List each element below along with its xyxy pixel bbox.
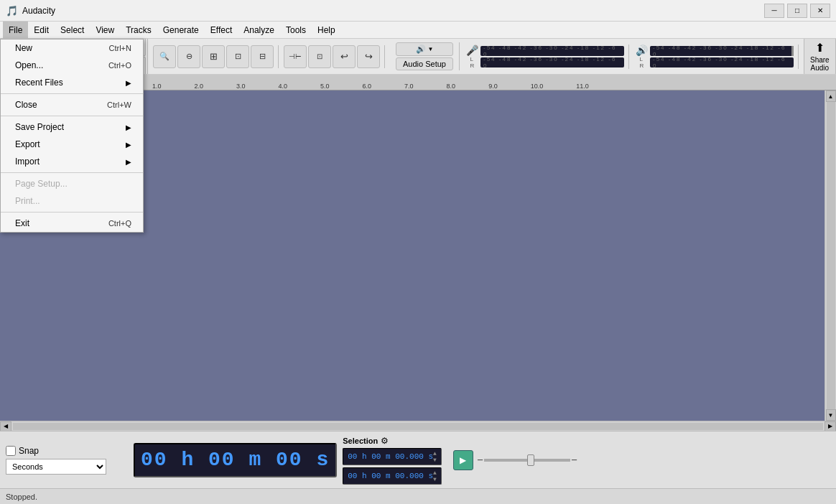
menu-tools[interactable]: Tools <box>280 22 312 38</box>
status-text: Stopped. <box>6 493 37 501</box>
maximize-button[interactable]: □ <box>787 4 807 18</box>
audio-setup-button[interactable]: Audio Setup <box>396 57 453 70</box>
edit-group: ⊣⊢ ⊡ ↩ ↪ <box>284 45 385 68</box>
selection-end-spinner[interactable]: ▲▼ <box>433 470 437 482</box>
mic-vu-scale-bottom: -54 -48 -42 -36 -30 -24 -18 -12 -6 0 <box>483 56 621 69</box>
separator-1 <box>1 93 143 94</box>
app-window: 🎵 Audacity ─ □ ✕ File Edit Select View T… <box>0 0 836 504</box>
menu-item-close[interactable]: Close Ctrl+W <box>1 96 143 113</box>
menu-view[interactable]: View <box>90 22 120 38</box>
title-text: Audacity <box>22 6 55 16</box>
share-audio-button[interactable]: ⬆ ShareAudio <box>804 39 836 75</box>
play-at-speed-button[interactable]: ▶ <box>453 450 473 470</box>
selection-time-row-1: 00 h 00 m 00.000 s ▲▼ <box>343 448 442 465</box>
ruler-tick-2: 2.0 <box>195 83 204 90</box>
separator-4 <box>1 212 143 213</box>
scroll-down-arrow[interactable]: ▼ <box>826 409 836 421</box>
zoom-selection-button[interactable]: ⊡ <box>226 45 249 68</box>
ruler-tick-10: 10.0 <box>531 83 544 90</box>
title-controls: ─ □ ✕ <box>764 4 830 18</box>
menu-item-exit[interactable]: Exit Ctrl+Q <box>1 215 143 232</box>
snap-dropdown[interactable]: Seconds Milliseconds Beats Bars <box>6 459 106 475</box>
out-vu-scale-top: -54 -48 -42 -36 -30 -24 -18 -12 -6 0 <box>653 45 791 57</box>
ruler-tick-4: 4.0 <box>279 83 288 90</box>
menu-item-open[interactable]: Open... Ctrl+O <box>1 57 143 74</box>
menu-effect[interactable]: Effect <box>205 22 238 38</box>
out-vu-scale-bottom: -54 -48 -42 -36 -30 -24 -18 -12 -6 0 <box>653 56 791 69</box>
selection-end-time[interactable]: 00 h 00 m 00.000 s ▲▼ <box>343 467 442 485</box>
close-button[interactable]: ✕ <box>810 4 830 18</box>
audio-setup-group: 🔊 ▼ Audio Setup <box>390 42 460 70</box>
scroll-left-arrow[interactable]: ◀ <box>0 421 11 431</box>
selection-start-spinner[interactable]: ▲▼ <box>433 450 437 463</box>
menu-item-print: Print... <box>1 192 143 210</box>
app-icon: 🎵 <box>6 5 18 17</box>
undo-button[interactable]: ↩ <box>333 45 356 68</box>
bottom-bar: Snap Seconds Milliseconds Beats Bars 00 … <box>0 431 836 488</box>
ruler-tick-7: 7.0 <box>404 83 414 90</box>
scroll-up-arrow[interactable]: ▲ <box>826 90 836 102</box>
menu-analyze[interactable]: Analyze <box>238 22 280 38</box>
snap-checkbox[interactable] <box>6 446 16 456</box>
menu-item-recent-files[interactable]: Recent Files ▶ <box>1 74 143 91</box>
horizontal-scroll-track[interactable] <box>13 423 823 430</box>
zoom-in-button[interactable]: 🔍 <box>153 45 176 68</box>
scroll-right-arrow[interactable]: ▶ <box>825 421 836 431</box>
speaker-button[interactable]: 🔊 ▼ <box>396 42 453 56</box>
zoom-toggle-button[interactable]: ⊟ <box>251 45 274 68</box>
selection-settings-icon[interactable]: ⚙ <box>381 436 389 446</box>
title-left: 🎵 Audacity <box>6 5 55 17</box>
menu-help[interactable]: Help <box>312 22 341 38</box>
snap-section: Snap Seconds Milliseconds Beats Bars <box>6 446 128 475</box>
separator-3 <box>1 172 143 173</box>
selection-start-time[interactable]: 00 h 00 m 00.000 s ▲▼ <box>343 448 442 465</box>
vertical-scrollbar[interactable]: ▲ ▼ <box>825 90 836 421</box>
title-bar: 🎵 Audacity ─ □ ✕ <box>0 0 836 22</box>
speaker-out-icon-btn[interactable]: 🔊 LR <box>636 45 648 69</box>
ruler-tick-5: 5.0 <box>320 83 330 90</box>
menu-item-import[interactable]: Import ▶ <box>1 153 143 170</box>
selection-time-row-2: 00 h 00 m 00.000 s ▲▼ <box>343 467 442 485</box>
share-icon: ⬆ <box>815 41 825 55</box>
fit-project-button[interactable]: ⊞ <box>202 45 225 68</box>
menu-file[interactable]: File <box>3 22 28 38</box>
zoom-group: 🔍 ⊖ ⊞ ⊡ ⊟ <box>153 45 279 68</box>
selection-area: Selection ⚙ 00 h 00 m 00.000 s ▲▼ 00 h 0… <box>343 436 442 485</box>
menu-edit[interactable]: Edit <box>28 22 55 38</box>
menu-tracks[interactable]: Tracks <box>120 22 157 38</box>
time-display-text: 00 h 00 m 00 s <box>141 449 330 471</box>
zoom-out-button[interactable]: ⊖ <box>177 45 200 68</box>
speed-slider[interactable] <box>484 459 570 462</box>
ruler-tick-6: 6.0 <box>363 83 372 90</box>
ruler-tick-9: 9.0 <box>488 83 498 90</box>
speed-min-label: ─ <box>478 456 483 464</box>
trim-button[interactable]: ⊣⊢ <box>284 45 307 68</box>
silence-button[interactable]: ⊡ <box>308 45 331 68</box>
menu-item-new[interactable]: New Ctrl+N <box>1 39 143 57</box>
ruler-tick-8: 8.0 <box>447 83 456 90</box>
menu-select[interactable]: Select <box>55 22 90 38</box>
speed-slider-thumb[interactable] <box>527 454 534 466</box>
menu-item-page-setup: Page Setup... <box>1 175 143 192</box>
mic-icon-btn[interactable]: 🎤 LR <box>466 45 478 69</box>
menu-item-export[interactable]: Export ▶ <box>1 136 143 153</box>
speaker-icon: 🔊 <box>416 45 426 54</box>
ruler-tick-1: 1.0 <box>152 83 162 90</box>
vertical-scroll-track[interactable] <box>827 102 835 409</box>
selection-label: Selection <box>343 437 378 445</box>
speed-slider-area: ─ ─ <box>478 456 577 464</box>
horizontal-scrollbar[interactable]: ◀ ▶ <box>0 421 836 431</box>
snap-row: Snap <box>6 446 128 456</box>
mic-vu-group: 🎤 LR -54 -48 -42 -36 -30 -24 -18 -12 -6 … <box>462 45 629 69</box>
status-bar: Stopped. <box>0 488 836 504</box>
menu-generate[interactable]: Generate <box>157 22 205 38</box>
speed-max-label: ─ <box>572 456 577 464</box>
share-audio-label: ShareAudio <box>810 56 830 72</box>
menu-item-save-project[interactable]: Save Project ▶ <box>1 118 143 136</box>
ruler-tick-11: 11.0 <box>576 83 589 90</box>
speaker-dropdown-arrow: ▼ <box>428 46 434 52</box>
minimize-button[interactable]: ─ <box>764 4 784 18</box>
redo-button[interactable]: ↪ <box>357 45 380 68</box>
snap-label[interactable]: Snap <box>19 446 39 456</box>
time-display: 00 h 00 m 00 s <box>134 443 337 477</box>
